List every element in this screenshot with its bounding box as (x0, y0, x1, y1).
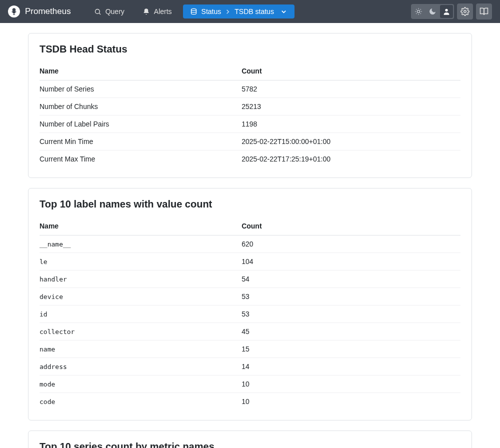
svg-line-7 (420, 14, 421, 14)
docs-button[interactable] (476, 4, 492, 20)
svg-point-0 (95, 9, 100, 14)
series-count-card: Top 10 series count by metric names Name… (28, 430, 472, 448)
cell-value: 620 (242, 236, 460, 253)
settings-button[interactable] (457, 4, 473, 20)
svg-point-13 (464, 10, 466, 13)
cell-name: device (40, 288, 242, 306)
cell-value: 1198 (242, 116, 460, 133)
cell-value: 54 (242, 270, 460, 288)
navbar: Prometheus Query Alerts Status TSDB stat… (0, 0, 500, 23)
prometheus-logo-icon (8, 6, 20, 18)
table-row: Number of Label Pairs1198 (40, 116, 460, 133)
col-count: Count (242, 217, 460, 236)
head-status-card: TSDB Head Status Name Count Number of Se… (28, 33, 472, 178)
cell-value: 5782 (242, 80, 460, 98)
col-name: Name (40, 62, 242, 80)
nav-status-dropdown[interactable]: Status TSDB status (183, 4, 294, 18)
table-row: Number of Series5782 (40, 80, 460, 98)
table-row: collector45 (40, 323, 460, 340)
label-names-card: Top 10 label names with value count Name… (28, 188, 472, 420)
col-name: Name (40, 217, 242, 236)
table-row: address14 (40, 358, 460, 376)
sun-icon (414, 8, 422, 16)
cell-name: mode (40, 376, 242, 393)
cell-value: 25213 (242, 98, 460, 116)
cell-name: le (40, 253, 242, 270)
table-row: Current Max Time2025-02-22T17:25:19+01:0… (40, 150, 460, 168)
cell-name: Number of Series (40, 80, 242, 98)
table-row: Number of Chunks25213 (40, 98, 460, 116)
table-row: mode10 (40, 376, 460, 393)
nav-query[interactable]: Query (87, 4, 132, 18)
svg-line-11 (420, 9, 421, 10)
table-row: id53 (40, 306, 460, 323)
brand-name: Prometheus (25, 6, 71, 16)
nav-status-label: Status (202, 8, 222, 16)
table-row: code10 (40, 393, 460, 410)
theme-toggle (411, 4, 454, 19)
cell-value: 2025-02-22T15:00:00+01:00 (242, 133, 460, 150)
brand[interactable]: Prometheus (8, 6, 71, 18)
nav-query-label: Query (106, 8, 124, 16)
nav-alerts-label: Alerts (154, 8, 172, 16)
cell-name: code (40, 393, 242, 410)
nav-status-breadcrumb-label: TSDB status (234, 8, 274, 16)
cell-name: __name__ (40, 236, 242, 253)
label-names-table: Name Count __name__620le104handler54devi… (40, 217, 460, 410)
cell-value: 45 (242, 323, 460, 340)
head-status-table: Name Count Number of Series5782Number of… (40, 62, 460, 168)
svg-point-12 (445, 9, 448, 12)
book-icon (480, 7, 488, 16)
gear-icon (460, 7, 470, 16)
label-names-title: Top 10 label names with value count (40, 198, 460, 210)
theme-light[interactable] (412, 5, 425, 18)
cell-value: 10 (242, 393, 460, 410)
cell-name: id (40, 306, 242, 323)
cell-value: 53 (242, 306, 460, 323)
svg-line-6 (416, 9, 416, 10)
chevron-down-icon (280, 8, 288, 16)
moon-icon (428, 8, 436, 16)
cell-value: 53 (242, 288, 460, 306)
cell-value: 104 (242, 253, 460, 270)
cell-name: Current Max Time (40, 150, 242, 168)
table-row: __name__620 (40, 236, 460, 253)
content: TSDB Head Status Name Count Number of Se… (20, 23, 480, 448)
svg-line-10 (416, 14, 416, 14)
cell-name: collector (40, 323, 242, 340)
svg-point-3 (417, 10, 420, 12)
table-row: name15 (40, 340, 460, 358)
user-icon (442, 8, 450, 16)
theme-dark[interactable] (426, 5, 439, 18)
status-breadcrumb: Status TSDB status (202, 8, 274, 16)
cell-value: 14 (242, 358, 460, 376)
theme-auto[interactable] (440, 5, 453, 18)
table-row: handler54 (40, 270, 460, 288)
cell-value: 15 (242, 340, 460, 358)
search-icon (94, 8, 102, 16)
svg-line-1 (99, 13, 100, 14)
series-count-title: Top 10 series count by metric names (40, 441, 460, 448)
chevron-right-icon (224, 8, 232, 16)
table-row: device53 (40, 288, 460, 306)
cell-name: name (40, 340, 242, 358)
cell-name: Number of Chunks (40, 98, 242, 116)
bell-icon (142, 8, 150, 16)
table-row: Current Min Time2025-02-22T15:00:00+01:0… (40, 133, 460, 150)
cell-value: 10 (242, 376, 460, 393)
col-count: Count (242, 62, 460, 80)
nav-right (411, 4, 492, 20)
cell-name: address (40, 358, 242, 376)
database-icon (190, 8, 198, 16)
cell-name: Current Min Time (40, 133, 242, 150)
head-status-title: TSDB Head Status (40, 44, 460, 55)
cell-name: Number of Label Pairs (40, 116, 242, 133)
nav-alerts[interactable]: Alerts (136, 4, 179, 18)
cell-value: 2025-02-22T17:25:19+01:00 (242, 150, 460, 168)
cell-name: handler (40, 270, 242, 288)
table-row: le104 (40, 253, 460, 270)
svg-point-2 (191, 8, 196, 10)
